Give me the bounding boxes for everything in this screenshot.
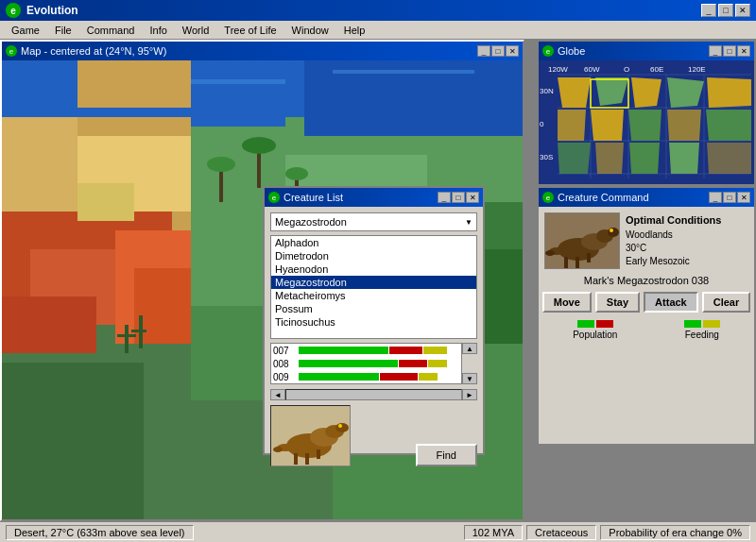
optimal-era: Early Mesozoic — [626, 255, 721, 268]
scroll-up-button[interactable]: ▲ — [462, 343, 477, 354]
svg-marker-66 — [706, 110, 751, 141]
feeding-label: Feeding — [685, 330, 719, 340]
probability-info: Probability of era change 0% — [600, 525, 750, 540]
scroll-right-button[interactable]: ► — [462, 389, 477, 400]
map-restore[interactable]: □ — [491, 45, 505, 57]
creature-cmd-restore[interactable]: □ — [723, 192, 736, 203]
bar-007-green — [299, 347, 388, 354]
bars-008 — [299, 360, 459, 367]
menu-tree-of-life[interactable]: Tree of Life — [216, 23, 284, 38]
menu-help[interactable]: Help — [336, 23, 373, 38]
bar-009-green — [299, 373, 379, 381]
globe-svg: 120W 60W O 60E 120E 30N 0 30S — [539, 60, 754, 184]
svg-text:0: 0 — [540, 120, 544, 128]
creature-image — [544, 212, 620, 269]
species-list[interactable]: Alphadon Dimetrodon Hyaenodon Megazostro… — [270, 235, 477, 339]
attack-button[interactable]: Attack — [644, 292, 698, 313]
globe-close[interactable]: ✕ — [737, 45, 750, 57]
svg-point-25 — [207, 157, 235, 172]
clear-button[interactable]: Clear — [702, 292, 751, 313]
svg-rect-81 — [587, 253, 591, 263]
move-button[interactable]: Move — [542, 292, 592, 313]
svg-point-77 — [608, 228, 619, 237]
list-item-metacheiromys[interactable]: Metacheiromys — [271, 289, 476, 302]
map-close[interactable]: ✕ — [506, 45, 519, 57]
svg-text:O: O — [624, 65, 629, 74]
pop-bar-red — [596, 320, 613, 328]
svg-marker-61 — [707, 77, 751, 108]
svg-text:120W: 120W — [548, 65, 568, 74]
svg-rect-80 — [576, 257, 579, 268]
svg-point-94 — [273, 447, 283, 452]
bar-009-red — [380, 373, 418, 381]
minimize-button[interactable]: _ — [701, 4, 716, 17]
creature-list-restore[interactable]: □ — [452, 192, 465, 203]
scrollbar-track[interactable] — [285, 389, 462, 400]
list-item-dimetrodon[interactable]: Dimetrodon — [271, 249, 476, 263]
creature-cmd-close[interactable]: ✕ — [737, 192, 750, 203]
creature-list-title: Creature List — [284, 192, 343, 203]
svg-rect-18 — [2, 363, 144, 519]
creature-cmd-title-bar: e Creature Command _ □ ✕ — [539, 188, 754, 207]
species-dropdown[interactable]: Megazostrodon ▼ — [270, 212, 477, 231]
list-item-possum[interactable]: Possum — [271, 302, 476, 315]
scroll-down-button[interactable]: ▼ — [462, 373, 477, 384]
svg-rect-20 — [125, 325, 129, 353]
creature-list-minimize[interactable]: _ — [438, 192, 451, 203]
scroll-left-button[interactable]: ◄ — [270, 389, 285, 400]
terrain-info: Desert, 27°C (633m above sea level) — [6, 525, 194, 540]
globe-canvas[interactable]: 120W 60W O 60E 120E 30N 0 30S — [539, 60, 754, 184]
svg-marker-70 — [669, 143, 699, 174]
svg-point-83 — [545, 250, 555, 256]
bar-008-green — [299, 360, 398, 367]
creature-list-close[interactable]: ✕ — [466, 192, 479, 203]
menu-world[interactable]: World — [175, 23, 217, 38]
app-title: Evolution — [26, 4, 78, 17]
menu-file[interactable]: File — [47, 23, 79, 38]
menu-info[interactable]: Info — [142, 23, 174, 38]
creature-cmd-title: Creature Command — [558, 192, 649, 203]
creature-list-svg — [271, 406, 351, 466]
menu-command[interactable]: Command — [79, 23, 143, 38]
svg-rect-2 — [2, 117, 77, 212]
svg-text:30S: 30S — [540, 153, 553, 161]
mya-info: 102 MYA — [464, 525, 523, 540]
menu-game[interactable]: Game — [4, 23, 47, 38]
list-item-alphadon[interactable]: Alphadon — [271, 236, 476, 249]
globe-title: Globe — [558, 45, 585, 57]
find-button[interactable]: Find — [416, 444, 477, 466]
stay-button[interactable]: Stay — [595, 292, 640, 313]
close-button[interactable]: ✕ — [735, 4, 750, 17]
list-item-megazostrodon[interactable]: Megazostrodon — [271, 276, 476, 289]
main-area: ↗ e Map - centered at (24°N, 95°W) _ □ ✕ — [0, 40, 756, 542]
title-buttons: _ □ ✕ — [701, 4, 750, 17]
bars-007 — [299, 347, 459, 354]
population-label: Population — [573, 330, 617, 340]
bar-label-007: 007 — [273, 346, 297, 356]
menu-window[interactable]: Window — [284, 23, 336, 38]
svg-marker-63 — [591, 110, 624, 141]
svg-text:120E: 120E — [688, 65, 706, 74]
creature-list-icon: e — [268, 192, 280, 203]
bar-label-009: 009 — [273, 372, 297, 382]
optimal-biome: Woodlands — [626, 229, 721, 242]
globe-restore[interactable]: □ — [723, 45, 736, 57]
creature-list-body: Megazostrodon ▼ Alphadon Dimetrodon Hyae… — [265, 207, 483, 472]
restore-button[interactable]: □ — [718, 4, 733, 17]
globe-minimize[interactable]: _ — [709, 45, 722, 57]
dropdown-arrow-icon: ▼ — [465, 218, 472, 227]
list-item-hyaenodon[interactable]: Hyaenodon — [271, 263, 476, 276]
svg-marker-67 — [558, 143, 591, 174]
svg-marker-71 — [707, 143, 751, 174]
svg-rect-32 — [77, 183, 134, 221]
svg-rect-6 — [2, 296, 96, 353]
bar-007-red — [389, 347, 422, 354]
globe-icon: e — [542, 45, 554, 57]
list-item-ticinosuchus[interactable]: Ticinosuchus — [271, 315, 476, 329]
svg-rect-31 — [333, 70, 474, 74]
svg-marker-65 — [667, 110, 701, 141]
creature-list-image — [270, 405, 351, 466]
creature-cmd-minimize[interactable]: _ — [709, 192, 722, 203]
svg-point-29 — [285, 167, 308, 180]
map-minimize[interactable]: _ — [477, 45, 490, 57]
